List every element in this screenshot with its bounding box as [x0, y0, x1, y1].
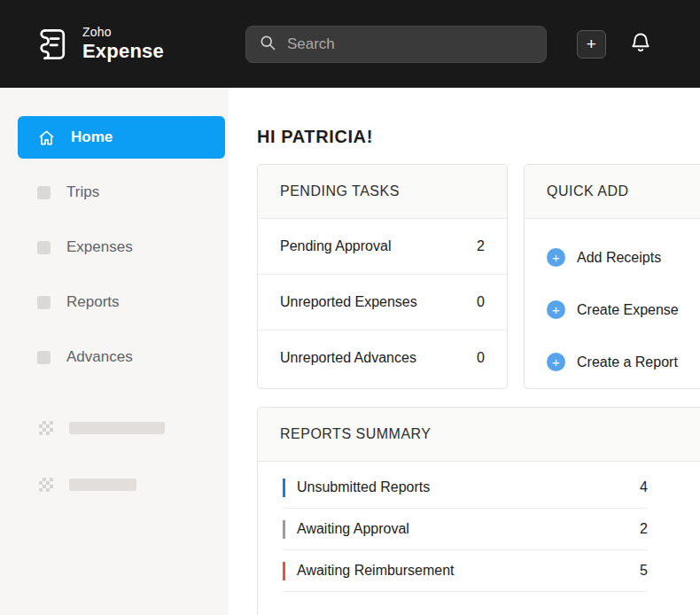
sidebar: Home Trips Expenses Reports Advances — [0, 88, 229, 615]
placeholder-icon — [39, 421, 53, 435]
main-content: HI PATRICIA! PENDING TASKS Pending Appro… — [229, 88, 700, 615]
quick-add-card: QUICK ADD + Add Receipts + Create Expens… — [524, 164, 700, 389]
bell-icon — [629, 31, 652, 57]
sidebar-item-label: Trips — [66, 183, 99, 201]
sidebar-skeleton-item — [39, 478, 229, 492]
sidebar-item-home[interactable]: Home — [18, 116, 225, 159]
task-value: 2 — [477, 238, 485, 254]
sidebar-item-expenses[interactable]: Expenses — [18, 226, 225, 269]
sidebar-item-label: Reports — [66, 293, 120, 311]
topbar: Zoho Expense + — [0, 0, 700, 88]
quick-add-label: Create a Report — [577, 354, 678, 370]
pending-tasks-row-pending-approval[interactable]: Pending Approval 2 — [258, 219, 507, 275]
brand-expense: Expense — [82, 40, 164, 63]
skeleton-bar — [69, 479, 136, 491]
task-value: 0 — [477, 350, 485, 366]
trips-icon — [37, 186, 51, 199]
quick-add-label: Add Receipts — [577, 250, 661, 266]
task-label: Unreported Advances — [280, 350, 416, 366]
home-icon — [37, 129, 55, 146]
summary-value: 4 — [640, 479, 648, 495]
search-input[interactable] — [287, 35, 533, 53]
summary-row-unsubmitted-reports[interactable]: Unsubmitted Reports 4 — [283, 467, 648, 509]
notifications-button[interactable] — [629, 31, 652, 57]
reports-icon — [37, 296, 51, 309]
sidebar-item-trips[interactable]: Trips — [18, 171, 225, 214]
quick-add-list: + Add Receipts + Create Expense + Create… — [525, 219, 700, 388]
summary-row-awaiting-approval[interactable]: Awaiting Approval 2 — [283, 509, 648, 550]
top-cards-row: PENDING TASKS Pending Approval 2 Unrepor… — [257, 164, 700, 389]
sidebar-skeleton-item — [39, 421, 229, 435]
reports-summary-title: REPORTS SUMMARY — [258, 408, 700, 462]
expense-logo-icon — [32, 25, 71, 64]
quick-add-create-expense[interactable]: + Create Expense — [525, 284, 700, 336]
pending-tasks-card: PENDING TASKS Pending Approval 2 Unrepor… — [257, 164, 508, 389]
summary-label: Awaiting Approval — [297, 521, 640, 537]
add-button[interactable]: + — [577, 30, 606, 58]
sidebar-item-label: Home — [71, 128, 113, 146]
task-label: Pending Approval — [280, 238, 391, 254]
summary-label: Unsubmitted Reports — [297, 479, 640, 495]
search-icon — [259, 34, 276, 55]
search-box[interactable] — [245, 26, 547, 63]
status-color-bar — [283, 520, 285, 539]
brand-text: Zoho Expense — [82, 25, 164, 63]
plus-circle-icon: + — [547, 353, 565, 371]
pending-tasks-row-unreported-expenses[interactable]: Unreported Expenses 0 — [258, 275, 507, 331]
quick-add-label: Create Expense — [577, 302, 679, 318]
status-color-bar — [283, 479, 285, 497]
brand-zoho: Zoho — [82, 25, 164, 39]
task-value: 0 — [477, 294, 485, 310]
expenses-icon — [37, 241, 51, 254]
plus-circle-icon: + — [547, 248, 565, 267]
sidebar-item-label: Advances — [66, 348, 133, 366]
summary-label: Awaiting Reimbursement — [297, 563, 640, 579]
quick-add-add-receipts[interactable]: + Add Receipts — [525, 231, 700, 284]
greeting-heading: HI PATRICIA! — [257, 127, 700, 147]
summary-value: 2 — [640, 521, 648, 537]
placeholder-icon — [39, 478, 53, 492]
status-color-bar — [283, 562, 285, 580]
reports-summary-rows: Unsubmitted Reports 4 Awaiting Approval … — [258, 462, 700, 592]
summary-row-awaiting-reimbursement[interactable]: Awaiting Reimbursement 5 — [283, 550, 648, 592]
sidebar-item-advances[interactable]: Advances — [18, 336, 225, 378]
reports-summary-card: REPORTS SUMMARY Unsubmitted Reports 4 Aw… — [257, 407, 700, 615]
quick-add-title: QUICK ADD — [525, 165, 700, 219]
quick-add-create-report[interactable]: + Create a Report — [525, 336, 700, 388]
summary-value: 5 — [640, 563, 648, 579]
skeleton-bar — [69, 422, 165, 434]
pending-tasks-title: PENDING TASKS — [258, 165, 507, 219]
task-label: Unreported Expenses — [280, 294, 417, 310]
advances-icon — [37, 351, 51, 364]
zoho-expense-logo[interactable]: Zoho Expense — [32, 25, 164, 64]
sidebar-item-reports[interactable]: Reports — [18, 281, 225, 323]
sidebar-item-label: Expenses — [66, 238, 133, 256]
pending-tasks-row-unreported-advances[interactable]: Unreported Advances 0 — [258, 331, 507, 385]
plus-circle-icon: + — [547, 300, 565, 319]
